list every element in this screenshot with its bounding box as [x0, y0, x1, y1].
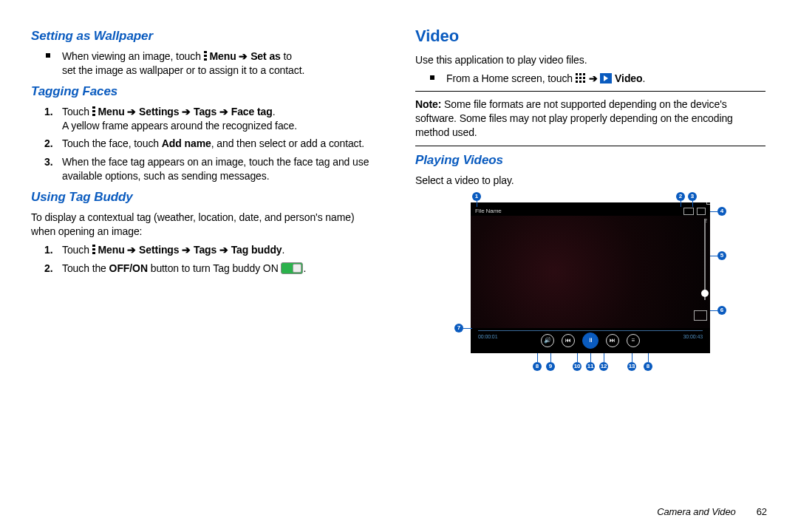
tagbuddy-intro: To display a contextual tag (weather, lo… [31, 211, 381, 239]
tagging-step-1: Touch Menu ➔ Settings ➔ Tags ➔ Face tag.… [62, 105, 381, 133]
callout-4: 4 [717, 207, 726, 216]
menu-icon [92, 106, 95, 117]
footer-chapter: Camera and Video [657, 505, 736, 519]
period: . [303, 262, 306, 274]
right-column: Video Use this application to play video… [415, 22, 765, 494]
video-bullet: From a Home screen, touch ➔ Video. [446, 72, 765, 86]
callout-7: 7 [454, 324, 463, 332]
callout-13: 13 [627, 362, 636, 371]
left-column: Setting as Wallpaper When viewing an ima… [31, 22, 381, 494]
tagbuddy-step-1: Touch Menu ➔ Settings ➔ Tags ➔ Tag buddy… [62, 243, 381, 257]
volume-handle [701, 290, 709, 297]
text: When the face tag appears on an image, t… [62, 156, 369, 182]
setas-label: Set as [250, 50, 281, 62]
menu-path: Menu ➔ Settings ➔ Tags ➔ Face tag [98, 106, 272, 117]
video-icon [600, 73, 612, 83]
toggle-on-icon [281, 262, 303, 274]
video-note: Note: Some file formats are not supporte… [415, 98, 765, 140]
screen-ratio-icon [694, 310, 707, 321]
tagging-step-2: Touch the face, touch Add name, and then… [62, 137, 381, 151]
video-player-figure: File Name 2 00:00:01 30:00:43 [450, 192, 731, 374]
text: button to turn Tag buddy ON [151, 262, 279, 274]
text: Touch [62, 244, 89, 256]
footer-page: 62 [757, 505, 767, 519]
text: Touch [62, 106, 89, 117]
vol-btn: 🔊 [541, 334, 554, 347]
text: set the image as wallpaper or to assign … [62, 64, 304, 76]
callout-8b: 8 [644, 362, 652, 371]
player-file-name: File Name [475, 208, 502, 216]
offon-label: OFF/ON [109, 262, 148, 274]
page-footer: Camera and Video 62 [31, 505, 767, 519]
heading-video: Video [415, 25, 765, 47]
heading-tagbuddy: Using Tag Buddy [31, 189, 381, 206]
callout-6: 6 [717, 306, 726, 315]
period: . [282, 244, 285, 256]
heading-wallpaper: Setting as Wallpaper [31, 28, 381, 45]
heading-tagging: Tagging Faces [31, 83, 381, 100]
callout-12: 12 [599, 362, 608, 371]
apps-icon [576, 73, 586, 83]
video-intro: Use this application to play video files… [415, 53, 765, 67]
callout-5: 5 [717, 251, 726, 260]
period: . [273, 106, 276, 117]
arrow-icon: ➔ [589, 72, 598, 84]
list-btn: ≡ [627, 334, 640, 347]
popup-icon [683, 208, 694, 215]
video-player: File Name 2 00:00:01 30:00:43 [471, 202, 710, 353]
callout-1: 1 [472, 192, 481, 201]
callout-9: 9 [546, 362, 555, 371]
separator [415, 91, 765, 92]
callout-11: 11 [586, 362, 595, 371]
wallpaper-bullet: When viewing an image, touch Menu ➔ Set … [62, 50, 381, 78]
period: . [642, 72, 645, 84]
text: to [284, 50, 292, 62]
volume-slider [704, 219, 706, 300]
next-btn: ⏭ [606, 334, 619, 347]
note-label: Note: [415, 98, 441, 110]
pause-btn: ⏸ [582, 332, 598, 349]
heading-playing: Playing Videos [415, 152, 765, 169]
text: , and then select or add a contact. [211, 137, 364, 149]
menu-path: Menu ➔ Settings ➔ Tags ➔ Tag buddy [98, 244, 282, 256]
arrow-icon: ➔ [239, 50, 248, 62]
prev-btn: ⏮ [562, 334, 575, 347]
menu-icon [204, 51, 207, 61]
text: A yellow frame appears around the recogn… [62, 120, 297, 132]
menu-icon [92, 245, 95, 255]
menu-label: Menu [209, 50, 236, 62]
separator [415, 146, 765, 146]
note-text: Some file formats are not supported depe… [415, 98, 733, 138]
callout-3: 3 [688, 192, 697, 201]
callout-2: 2 [676, 192, 685, 201]
callout-10: 10 [573, 362, 582, 371]
player-viewport [471, 216, 710, 328]
text: Touch the [62, 262, 106, 274]
text: From a Home screen, touch [446, 72, 573, 84]
capture-icon [697, 208, 706, 215]
tagbuddy-step-2: Touch the OFF/ON button to turn Tag budd… [62, 262, 381, 276]
text: Touch the face, touch [62, 137, 159, 149]
video-label: Video [615, 72, 642, 84]
playing-intro: Select a video to play. [415, 174, 765, 188]
addname-label: Add name [162, 137, 211, 149]
tagging-step-3: When the face tag appears on an image, t… [62, 155, 381, 183]
text: When viewing an image, touch [62, 50, 201, 62]
callout-8: 8 [533, 362, 542, 371]
